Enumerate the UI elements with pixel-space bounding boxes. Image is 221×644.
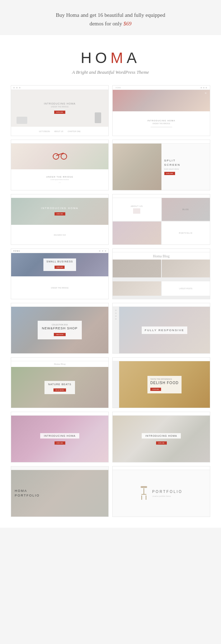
logo-ho: HO: [81, 49, 110, 66]
stool-top: [141, 486, 147, 488]
blog-label: BLOG: [183, 208, 189, 210]
small-business-text: SMALL BUSINESS: [46, 260, 73, 263]
demo-11-overlay: NATURE BEATS READ MORE: [44, 381, 75, 394]
demo-11-hero: NATURE BEATS READ MORE: [11, 367, 108, 408]
demo-7-btn: EXPLORE: [55, 266, 65, 269]
demo-card-7[interactable]: HOMA SMALL BUSINESS EXPLORE UNDER THE BR…: [11, 248, 109, 299]
logo-ma: A: [127, 49, 140, 66]
demo-7-photo: SMALL BUSINESS EXPLORE: [11, 253, 108, 276]
about-img: [133, 208, 140, 214]
demo-5-title: INTRODUCING HOMA: [41, 207, 78, 209]
nav-dot-3: [19, 87, 20, 88]
demo-15-body: HOMAPORTFOLIO: [11, 470, 108, 517]
demo-card-2[interactable]: HOMA INTRODUCING HOMA UNDER THE BRIDGE: [112, 85, 210, 136]
demos-grid: INTRODUCING HOMA UNDER THE BRIDGE EXPLOR…: [7, 85, 214, 517]
demo-card-13[interactable]: INTRODUCING HOMA EXPLORE: [11, 412, 109, 463]
demo-card-3[interactable]: UNDER THE BRIDGE Lorem ipsum demo text h…: [11, 140, 109, 190]
stool-rung: [141, 494, 146, 495]
banner-price: $69: [123, 21, 132, 26]
portfolio-dark-title: HOMAPORTFOLIO: [15, 489, 40, 498]
food-btn: EXPLORE: [150, 388, 161, 391]
split-screen-text: SpliTSCREEN: [164, 159, 180, 166]
demo-3-title: UNDER THE BRIDGE: [46, 176, 74, 178]
demo-13-btn: EXPLORE: [55, 441, 65, 445]
demo-5-lower: description text: [11, 225, 108, 244]
demo-card-6[interactable]: ABOUT US BLOG PORTFOLIO: [112, 194, 210, 245]
shop-btn: SHOP NOW: [54, 333, 66, 336]
delish-food-text: DELISH FOOD: [150, 381, 179, 385]
demo-16-body: PORTFOLIO creative portfolio theme: [113, 470, 210, 517]
demo-15-text: HOMAPORTFOLIO: [15, 489, 40, 498]
top-banner: Buy Homa and get 16 beautiful and fully …: [0, 0, 221, 35]
demo-mockup-10: FULLY RESPONSIVE: [113, 303, 210, 353]
demo-card-5[interactable]: INTRODUCING HOMA EXPLORE description tex…: [11, 194, 109, 245]
sidebar-dot-3: [115, 315, 117, 317]
demo-10-photo: FULLY RESPONSIVE: [119, 307, 210, 353]
demo-4-right: SpliTSCREEN lorem ipsum demo EXPLORE: [161, 144, 210, 190]
demo-mockup-3: UNDER THE BRIDGE Lorem ipsum demo text h…: [11, 140, 108, 190]
demo-card-15[interactable]: HOMAPORTFOLIO: [11, 466, 109, 517]
demo-14-photo: INTRODUCING HOMA EXPLORE: [113, 416, 210, 462]
demo-3-photo: [11, 144, 108, 169]
grid-about: ABOUT US: [113, 198, 161, 221]
portfolio-label: PORTFOLIO: [179, 232, 193, 234]
demo-mockup-8: Homa Blog LATEST POSTS: [113, 249, 210, 299]
demo-16-text: PORTFOLIO creative portfolio theme: [152, 490, 183, 497]
latest-posts-label: LATEST POSTS: [179, 287, 192, 290]
demo-2-content: INTRODUCING HOMA UNDER THE BRIDGE: [113, 111, 210, 136]
demo-card-10[interactable]: FULLY RESPONSIVE: [112, 303, 210, 354]
nav-logo-7: HOMA: [13, 250, 20, 252]
demo-mockup-1: INTRODUCING HOMA UNDER THE BRIDGE EXPLOR…: [11, 86, 108, 136]
blog-cell-1: [113, 260, 161, 277]
demo-card-1[interactable]: INTRODUCING HOMA UNDER THE BRIDGE EXPLOR…: [11, 85, 109, 136]
footer-item-2: ABOUT US: [54, 130, 63, 132]
mock-nav-1: [11, 86, 108, 90]
mock-nav-11: [11, 358, 108, 361]
demo-9-photo: COLLECTION 2016 NEW&FRESH SHOP SHOP NOW: [11, 307, 108, 353]
demo-card-16[interactable]: PORTFOLIO creative portfolio theme: [112, 466, 210, 517]
shop-title: NEW&FRESH SHOP: [42, 326, 78, 330]
demo-1-text: INTRODUCING HOMA UNDER THE BRIDGE EXPLOR…: [44, 102, 75, 114]
mock-nav-5: [11, 194, 108, 198]
shop-pre: COLLECTION 2016: [42, 324, 78, 326]
nav-dot-2: [16, 87, 18, 88]
demo-8-header: Homa Blog: [113, 252, 210, 260]
demo-mockup-5: INTRODUCING HOMA EXPLORE description tex…: [11, 194, 108, 244]
mock-nav-7: HOMA: [11, 249, 108, 253]
demo-mockup-12: TASTE THE DIFFERENCE DELISH FOOD EXPLORE: [113, 358, 210, 408]
demo-2-title: INTRODUCING HOMA: [147, 120, 175, 122]
demo-11-blog-title: Homa Blog: [11, 361, 108, 367]
demo-card-11[interactable]: Homa Blog NATURE BEATS READ MORE: [11, 357, 109, 408]
demo-mockup-13: INTRODUCING HOMA EXPLORE: [11, 412, 108, 462]
demo-6-grid: ABOUT US BLOG PORTFOLIO: [113, 198, 210, 244]
stool-leg-l: [141, 495, 142, 500]
demo-5-photo: INTRODUCING HOMA EXPLORE: [11, 198, 108, 225]
nav-d3: [105, 250, 106, 252]
demo-card-4[interactable]: SpliTSCREEN lorem ipsum demo EXPLORE: [112, 140, 210, 190]
demo-4-body: SpliTSCREEN lorem ipsum demo EXPLORE: [113, 144, 210, 190]
demo-card-12[interactable]: TASTE THE DIFFERENCE DELISH FOOD EXPLORE: [112, 357, 210, 408]
demo-2-divider: [151, 127, 172, 127]
interior-intro-text: INTRODUCING HOMA: [142, 433, 180, 439]
homa-blog-title-8: Homa Blog: [153, 254, 169, 258]
demo-1-title: INTRODUCING HOMA: [44, 102, 75, 105]
demo-4-left: [113, 144, 161, 190]
footer-item-1: LET'S BEGIN: [39, 130, 50, 132]
about-label: ABOUT US: [131, 205, 143, 207]
demo-card-9[interactable]: COLLECTION 2016 NEW&FRESH SHOP SHOP NOW: [11, 303, 109, 354]
demo-10-sidebar: [113, 307, 119, 353]
demo-7-sub: UNDER THE BRIDGE: [51, 287, 69, 289]
mock-nav-15: [11, 466, 108, 470]
mock-nav-14: [113, 412, 210, 416]
demo-1-hero: INTRODUCING HOMA UNDER THE BRIDGE EXPLOR…: [11, 90, 108, 127]
demo-card-14[interactable]: INTRODUCING HOMA EXPLORE: [112, 412, 210, 463]
blog-cell-3: [113, 281, 161, 296]
bike-shape: [51, 150, 69, 163]
demo-3-footer: • • •: [58, 182, 61, 184]
demo-5-overlay: INTRODUCING HOMA EXPLORE: [41, 207, 78, 216]
blog-cell-2: [162, 260, 210, 277]
nature-beats-text: NATURE BEATS: [48, 383, 71, 386]
demo-mockup-4: SpliTSCREEN lorem ipsum demo EXPLORE: [113, 140, 210, 190]
demo-card-8[interactable]: Homa Blog LATEST POSTS: [112, 248, 210, 299]
nav-links-2: [201, 87, 207, 88]
